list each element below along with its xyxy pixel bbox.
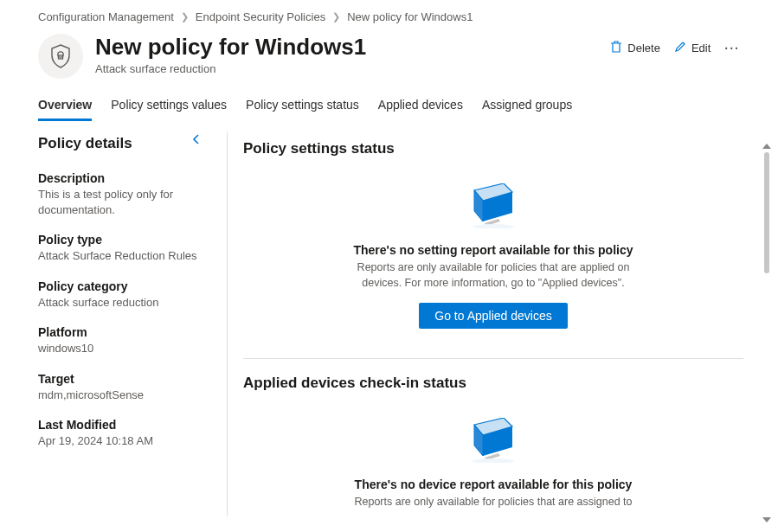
detail-value-last-modified: Apr 19, 2024 10:18 AM [38, 433, 206, 449]
edit-label: Edit [691, 42, 710, 54]
detail-label-policy-category: Policy category [38, 279, 206, 293]
sidebar-policy-details: Policy details Description This is a tes… [38, 135, 211, 516]
page-subtitle: Attack surface reduction [95, 62, 366, 75]
section-divider [243, 358, 743, 359]
monitor-icon [467, 418, 519, 465]
svg-point-11 [473, 458, 514, 463]
tabs-bar: Overview Policy settings values Policy s… [0, 79, 778, 121]
detail-label-policy-type: Policy type [38, 233, 206, 247]
scroll-up-arrow-icon[interactable] [762, 144, 771, 149]
edit-button[interactable]: Edit [674, 41, 710, 55]
collapse-sidebar-button[interactable] [190, 133, 201, 148]
detail-label-last-modified: Last Modified [38, 418, 206, 432]
empty-title-devices: There's no device report available for t… [350, 478, 636, 491]
breadcrumb-item-current: New policy for Windows1 [347, 10, 473, 23]
detail-value-platform: windows10 [38, 341, 206, 356]
tab-settings-status[interactable]: Policy settings status [246, 98, 359, 121]
section-title-devices-checkin: Applied devices check-in status [243, 375, 743, 392]
vertical-divider [227, 131, 228, 516]
scrollbar[interactable] [761, 144, 773, 522]
scroll-down-arrow-icon[interactable] [762, 517, 771, 522]
more-actions-button[interactable]: ··· [724, 42, 740, 55]
empty-state-settings: There's no setting report available for … [350, 175, 636, 348]
detail-value-policy-category: Attack surface reduction [38, 295, 206, 311]
tab-assigned-groups[interactable]: Assigned groups [482, 98, 572, 121]
chevron-right-icon: ❯ [332, 11, 340, 22]
sidebar-title: Policy details [38, 135, 206, 152]
detail-label-target: Target [38, 372, 206, 386]
monitor-icon [467, 183, 519, 231]
tab-overview[interactable]: Overview [38, 98, 92, 121]
page-title: New policy for Windows1 [95, 34, 366, 61]
breadcrumb: Configuration Management ❯ Endpoint Secu… [0, 0, 778, 30]
scrollbar-thumb[interactable] [764, 152, 769, 273]
breadcrumb-item-policies[interactable]: Endpoint Security Policies [196, 10, 325, 23]
svg-point-6 [473, 224, 514, 228]
detail-value-target: mdm,microsoftSense [38, 388, 206, 403]
detail-label-platform: Platform [38, 325, 206, 339]
section-title-settings-status: Policy settings status [243, 140, 743, 157]
detail-label-description: Description [38, 171, 206, 185]
trash-icon [610, 41, 622, 55]
detail-value-description: This is a test policy only for documenta… [38, 187, 206, 217]
tab-applied-devices[interactable]: Applied devices [378, 98, 463, 121]
detail-value-policy-type: Attack Surface Reduction Rules [38, 248, 206, 264]
delete-button[interactable]: Delete [610, 41, 660, 55]
shield-icon [38, 34, 83, 79]
empty-state-devices: There's no device report available for t… [350, 409, 636, 516]
delete-label: Delete [627, 42, 660, 54]
main-content: Policy settings status There's no settin… [243, 135, 778, 516]
breadcrumb-item-config[interactable]: Configuration Management [38, 10, 174, 23]
page-header: New policy for Windows1 Attack surface r… [0, 30, 778, 79]
tab-settings-values[interactable]: Policy settings values [111, 98, 227, 121]
pencil-icon [674, 41, 686, 55]
go-to-applied-devices-button[interactable]: Go to Applied devices [419, 303, 567, 329]
chevron-right-icon: ❯ [181, 11, 189, 22]
empty-desc-devices: Reports are only available for policies … [350, 495, 636, 510]
empty-desc-settings: Reports are only available for policies … [350, 260, 636, 291]
empty-title-settings: There's no setting report available for … [350, 243, 636, 257]
